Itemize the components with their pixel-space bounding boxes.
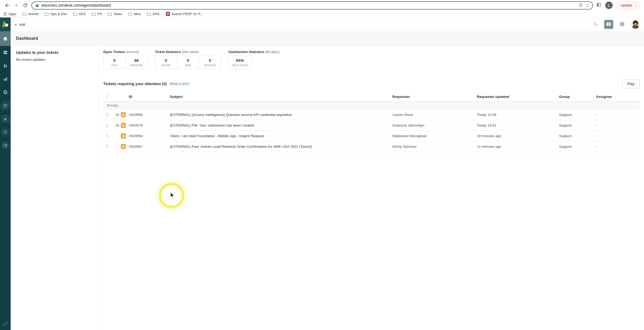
side-panel-button[interactable] [596, 2, 602, 8]
ticket-group: Support [559, 113, 596, 117]
sidebar-item-home[interactable] [0, 31, 11, 46]
stat-box-good[interactable]: 0 GOOD [155, 56, 177, 69]
viewing-eye-icon [115, 123, 120, 128]
main-panel: Open Tickets (current) 0 YOU 88 GROUPS [98, 46, 644, 330]
back-button[interactable] [3, 1, 12, 10]
sidebar-item-views[interactable] [0, 46, 11, 59]
bookmarks-bar: Apps Aventri Ops & Dev AES PS Sales Misc… [0, 11, 644, 18]
brand-logo[interactable] [0, 18, 11, 31]
tickets-title: Tickets requiring your attention (4) [103, 82, 167, 86]
stat-name: BAD [180, 64, 196, 67]
stat-group-open-tickets: Open Tickets (current) 0 YOU 88 GROUPS [103, 50, 148, 69]
bookmark-star-button[interactable]: ☆ [585, 3, 590, 8]
row-checkbox[interactable] [107, 134, 108, 138]
ticket-subject[interactable]: [EXTERNAL] (Access Intelligence) Questio… [170, 113, 392, 117]
bookmark-ps[interactable]: PS [92, 12, 102, 16]
ticket-subject[interactable]: Client: I am Abel Foundation - Mobile Ap… [170, 134, 392, 138]
bookmark-ops-dev[interactable]: Ops & Dev [45, 12, 67, 16]
stat-group-title: Ticket Statistics (this week) [155, 50, 221, 54]
ticket-id[interactable]: #503997 [129, 145, 170, 149]
ticket-subject[interactable]: [EXTERNAL] Fwd: Aventri Lead Retrieval O… [170, 145, 392, 149]
column-header-updated[interactable]: Requester updated [477, 95, 559, 99]
new-ticket-badge: N [121, 144, 126, 149]
ticket-subject[interactable]: [EXTERNAL] FW: Your submission has been … [170, 123, 392, 127]
what-is-this-link[interactable]: What is this? [170, 82, 189, 86]
stat-name: HELP DESK [232, 64, 248, 67]
add-label: Add [19, 23, 25, 27]
ticket-id[interactable]: #503978 [129, 123, 170, 127]
bookmark-aventri-perf[interactable]: Aventri PERF for P... [166, 12, 203, 16]
folder-icon [73, 12, 77, 16]
bookmark-misc[interactable]: Misc [128, 12, 141, 16]
stats-row: Open Tickets (current) 0 YOU 88 GROUPS [103, 50, 639, 69]
ticket-row[interactable]: N #503997 [EXTERNAL] Fwd: Aventri Lead R… [103, 141, 639, 152]
sidebar-item-app-help[interactable] [0, 125, 11, 139]
forward-button[interactable] [12, 1, 21, 10]
ticket-row[interactable]: N #503968 [EXTERNAL] (Access Intelligenc… [103, 110, 639, 120]
bookmark-apps[interactable]: Apps [4, 12, 16, 16]
sidebar-item-admin[interactable]: ⚙ [0, 86, 11, 99]
url-text[interactable]: etouches.zendesk.com/agent/dashboard [41, 3, 111, 7]
plus-icon: + [15, 22, 17, 27]
tickets-section-header: Tickets requiring your attention (4) Wha… [103, 79, 639, 88]
browser-menu-icon[interactable]: ⋮ [634, 3, 638, 8]
stat-period: (60 days) [265, 50, 280, 54]
ticket-requester: Imamura, Bermellyn [392, 123, 477, 127]
select-all-checkbox[interactable] [107, 94, 108, 99]
user-avatar[interactable] [631, 20, 640, 29]
stat-value: 0 [202, 58, 218, 63]
chrome-update-button[interactable]: Update ⋮ [616, 1, 640, 9]
browser-profile-avatar[interactable]: L [605, 2, 613, 9]
reload-button[interactable] [21, 1, 30, 10]
row-checkbox[interactable] [107, 123, 108, 128]
stat-box-groups[interactable]: 88 GROUPS [125, 56, 148, 69]
bookmark-aes[interactable]: AES [73, 12, 86, 16]
share-button[interactable] [578, 2, 583, 8]
sidebar-item-app-compose[interactable] [0, 139, 11, 152]
conversations-button[interactable] [604, 20, 613, 29]
folder-icon [108, 12, 112, 16]
row-checkbox[interactable] [107, 112, 108, 117]
sidebar-item-reporting[interactable] [0, 72, 11, 86]
stat-box-bad[interactable]: 0 BAD [177, 56, 199, 69]
bookmark-label: Ops & Dev [50, 12, 67, 16]
play-button[interactable]: Play [622, 79, 639, 88]
column-header-assignee[interactable]: Assignee [596, 95, 639, 99]
ticket-updated: 18 minutes ago [477, 134, 559, 138]
tickets-table: ID Subject Requester Requester updated G… [103, 92, 639, 152]
zendesk-logo-icon [2, 322, 9, 327]
add-button[interactable]: + Add [15, 22, 25, 27]
sidebar-item-app-panel[interactable] [0, 99, 11, 112]
stat-value: 0 [107, 58, 122, 63]
ticket-requester: Lauren Riera [392, 113, 477, 117]
compose-icon [3, 143, 8, 148]
column-header-group[interactable]: Group [559, 95, 596, 99]
column-header-subject[interactable]: Subject [170, 95, 392, 99]
updates-panel: Updates to your tickets No recent update… [11, 46, 98, 330]
column-header-requester[interactable]: Requester [392, 95, 477, 99]
url-bar[interactable]: etouches.zendesk.com/agent/dashboard ☆ [31, 1, 593, 10]
row-checkbox[interactable] [107, 144, 108, 149]
forward-arrow-icon [13, 2, 19, 8]
folder-icon [147, 12, 151, 16]
sidebar-item-customers[interactable] [0, 59, 11, 72]
stat-box-solved[interactable]: 0 SOLVED [199, 56, 221, 69]
ticket-row[interactable]: N #503978 [EXTERNAL] FW: Your submission… [103, 120, 639, 131]
sidebar: ⚙ [0, 18, 11, 330]
bookmark-sales[interactable]: Sales [108, 12, 122, 16]
ticket-id[interactable]: #503994 [129, 134, 170, 138]
page-title: Dashboard [16, 36, 38, 41]
bookmark-label: Misc [134, 12, 141, 16]
stat-box-help-desk[interactable]: 93% HELP DESK [228, 56, 252, 69]
column-header-id[interactable]: ID [129, 95, 170, 99]
side-panel-icon [596, 2, 602, 7]
bookmark-aventri[interactable]: Aventri [22, 12, 39, 16]
products-button[interactable] [620, 21, 625, 28]
bookmark-erc[interactable]: ERC [147, 12, 160, 16]
stat-box-you[interactable]: 0 YOU [103, 56, 126, 69]
sidebar-item-app-collapse[interactable] [0, 112, 11, 125]
ticket-row[interactable]: N #503994 Client: I am Abel Foundation -… [103, 131, 639, 141]
panel-app-icon [3, 103, 8, 108]
search-button[interactable] [593, 21, 598, 28]
ticket-id[interactable]: #503968 [129, 113, 170, 117]
